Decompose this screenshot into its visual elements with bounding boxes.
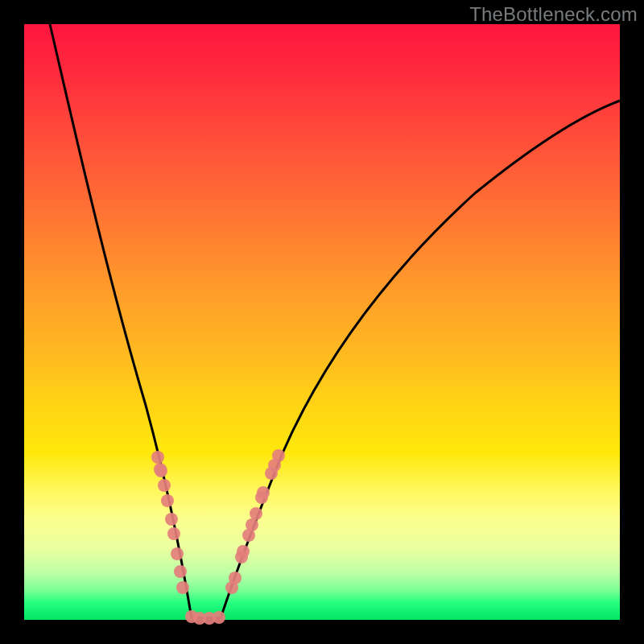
right-branch-line [221, 101, 620, 618]
watermark-label: TheBottleneck.com [469, 3, 638, 26]
data-point [167, 527, 180, 540]
data-point [229, 572, 242, 584]
chart-frame: TheBottleneck.com [0, 0, 644, 644]
data-point [174, 565, 187, 578]
right-dots-group [225, 449, 285, 594]
data-point [158, 479, 171, 492]
plot-area [24, 24, 620, 620]
data-point [272, 449, 285, 462]
data-point [161, 494, 174, 507]
data-point [171, 547, 184, 560]
data-point [246, 518, 258, 531]
bottom-dots-group [185, 610, 225, 625]
data-point [165, 513, 178, 526]
data-point [213, 611, 225, 624]
curve-svg [24, 24, 620, 620]
data-point [176, 581, 189, 594]
left-dots-group [151, 451, 189, 594]
data-point [237, 545, 250, 558]
data-point [250, 507, 262, 520]
data-point [154, 463, 167, 476]
data-point [257, 486, 270, 499]
data-point [151, 451, 164, 464]
